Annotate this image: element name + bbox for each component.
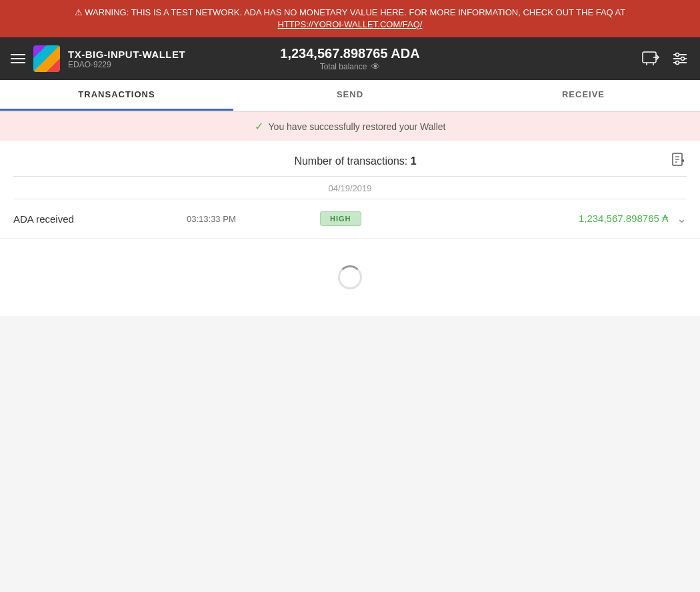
warning-icon: ⚠ (75, 7, 83, 17)
check-icon: ✓ (255, 120, 263, 133)
balance-amount: 1,234,567.898765 ADA (237, 46, 463, 61)
export-button[interactable] (671, 151, 687, 171)
loading-spinner (338, 265, 362, 289)
svg-point-5 (681, 57, 684, 61)
nav-tabs: TRANSACTIONS SEND RECEIVE (0, 80, 700, 112)
eye-icon[interactable]: 👁 (371, 61, 380, 72)
confidence-badge: HIGH (320, 211, 361, 226)
send-receive-button[interactable] (641, 49, 660, 68)
tx-count-text: Number of transactions: 1 (40, 155, 671, 167)
header-left: TX-BIG-INPUT-WALLET EDAO-9229 (11, 45, 237, 72)
tx-time: 03:13:33 PM (187, 214, 320, 224)
tx-amount: 1,234,567.898765 ₳ (413, 213, 669, 225)
tab-receive[interactable]: RECEIVE (467, 80, 700, 111)
header: TX-BIG-INPUT-WALLET EDAO-9229 1,234,567.… (0, 37, 700, 80)
wallet-name: TX-BIG-INPUT-WALLET (68, 49, 185, 60)
header-right (463, 49, 689, 68)
table-row: ADA received 03:13:33 PM HIGH 1,234,567.… (0, 199, 700, 239)
wallet-id: EDAO-9229 (68, 60, 185, 69)
success-message: You have successfully restored your Wall… (269, 121, 446, 132)
main-content: Number of transactions: 1 04/19/2019 ADA… (0, 141, 700, 316)
success-banner: ✓ You have successfully restored your Wa… (0, 112, 700, 141)
tx-confidence: HIGH (320, 211, 413, 226)
tx-count-number: 1 (411, 155, 417, 167)
tab-transactions[interactable]: TRANSACTIONS (0, 80, 233, 111)
wallet-avatar (33, 45, 60, 72)
svg-point-6 (675, 61, 679, 65)
tx-label: ADA received (13, 213, 187, 225)
date-separator: 04/19/2019 (13, 177, 687, 199)
warning-link[interactable]: HTTPS://YOROI-WALLET.COM/FAQ/ (13, 19, 687, 31)
wallet-info: TX-BIG-INPUT-WALLET EDAO-9229 (68, 49, 185, 69)
tab-send[interactable]: SEND (233, 80, 467, 111)
settings-button[interactable] (671, 49, 689, 68)
header-center: 1,234,567.898765 ADA Total balance 👁 (237, 46, 463, 72)
tx-count-row: Number of transactions: 1 (0, 141, 700, 176)
expand-button[interactable]: ⌄ (677, 211, 687, 226)
svg-point-4 (675, 53, 679, 57)
warning-banner: ⚠ WARNING: THIS IS A TEST NETWORK. ADA H… (0, 0, 700, 37)
menu-icon[interactable] (11, 54, 25, 63)
balance-label: Total balance 👁 (237, 61, 463, 72)
warning-text: WARNING: THIS IS A TEST NETWORK. ADA HAS… (85, 7, 625, 17)
loading-container (0, 239, 700, 316)
